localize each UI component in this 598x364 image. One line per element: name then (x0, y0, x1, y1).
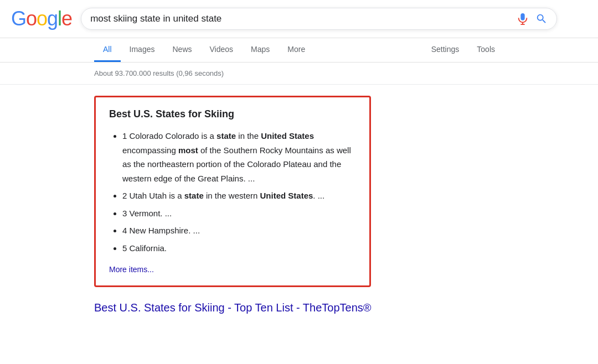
tab-all[interactable]: All (94, 38, 121, 62)
list-item: 3 Vermont. ... (122, 206, 356, 221)
featured-snippet: Best U.S. States for Skiing 1 Colorado C… (94, 96, 371, 287)
microphone-icon[interactable] (517, 13, 529, 25)
search-input[interactable] (90, 13, 511, 24)
main-content: Best U.S. States for Skiing 1 Colorado C… (0, 85, 598, 326)
search-button[interactable] (535, 13, 548, 25)
results-info: About 93.700.000 results (0,96 seconds) (0, 63, 598, 85)
settings-link[interactable]: Settings (422, 38, 468, 62)
list-item: 4 New Hampshire. ... (122, 223, 356, 238)
nav-tabs: All Images News Videos Maps More Setting… (0, 38, 598, 63)
search-bar (81, 8, 557, 30)
result-title-link[interactable]: Best U.S. States for Skiing - Top Ten Li… (94, 301, 372, 314)
list-item: 5 California. (122, 241, 356, 256)
tab-maps[interactable]: Maps (242, 38, 279, 62)
list-item: 2 Utah Utah is a state in the western Un… (122, 189, 356, 203)
tools-link[interactable]: Tools (468, 38, 504, 62)
tab-more[interactable]: More (279, 38, 314, 62)
google-logo: Google (11, 9, 72, 29)
tab-news[interactable]: News (163, 38, 200, 62)
more-items-link[interactable]: More items... (109, 265, 154, 274)
snippet-title: Best U.S. States for Skiing (109, 108, 356, 120)
snippet-list: 1 Colorado Colorado is a state in the Un… (109, 129, 356, 255)
header: Google (0, 0, 598, 38)
list-item: 1 Colorado Colorado is a state in the Un… (122, 129, 356, 185)
tab-videos[interactable]: Videos (201, 38, 243, 62)
tab-images[interactable]: Images (121, 38, 164, 62)
